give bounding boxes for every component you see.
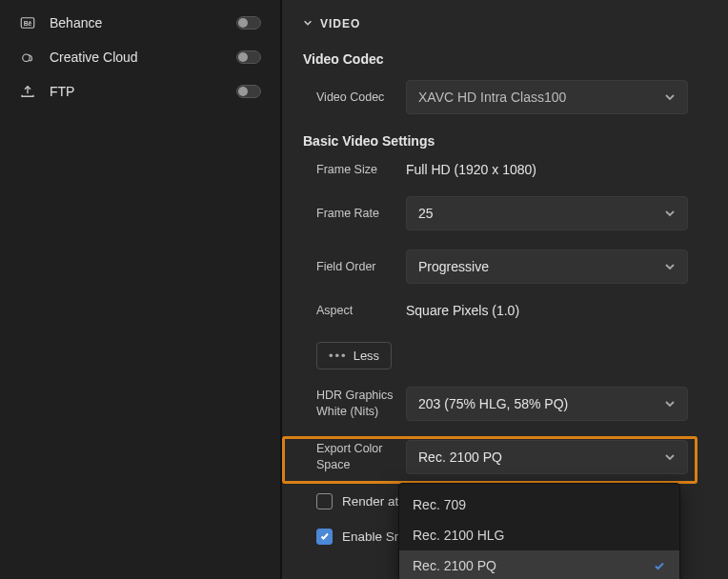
select-value: XAVC HD Intra Class100 [418, 90, 566, 105]
sidebar-item-label: Creative Cloud [50, 50, 138, 65]
select-value: 203 (75% HLG, 58% PQ) [418, 396, 568, 411]
check-icon [653, 559, 666, 572]
row-aspect: Aspect Square Pixels (1.0) [316, 303, 707, 318]
toggle-switch[interactable] [236, 16, 261, 30]
sidebar-item-label: FTP [50, 84, 74, 99]
checkbox-render-at-max[interactable] [316, 493, 333, 509]
row-hdr-white: HDR Graphics White (Nits) 203 (75% HLG, … [316, 387, 707, 421]
sidebar-item-label: Behance [50, 15, 102, 30]
checkbox-enable-smart[interactable] [316, 529, 333, 545]
chevron-down-icon [664, 398, 676, 409]
upload-icon [19, 83, 36, 100]
toggle-switch[interactable] [236, 85, 261, 98]
select-hdr-white[interactable]: 203 (75% HLG, 58% PQ) [406, 387, 688, 421]
select-frame-rate[interactable]: 25 [406, 196, 688, 230]
less-label: Less [354, 349, 379, 363]
select-value: Progressive [418, 259, 489, 274]
dropdown-item-rec-2100-pq[interactable]: Rec. 2100 PQ [399, 550, 679, 579]
group-title-video-codec: Video Codec [303, 51, 707, 67]
chevron-down-icon [664, 208, 676, 219]
select-export-color-space[interactable]: Rec. 2100 PQ [406, 440, 688, 474]
label-field-order: Field Order [316, 259, 398, 274]
row-field-order: Field Order Progressive [316, 250, 707, 284]
dropdown-item-rec-709[interactable]: Rec. 709 [399, 489, 679, 520]
value-aspect: Square Pixels (1.0) [406, 303, 519, 318]
label-hdr-white: HDR Graphics White (Nits) [316, 388, 398, 419]
value-frame-size: Full HD (1920 x 1080) [406, 162, 536, 177]
dots-icon: ••• [329, 349, 348, 363]
section-header-video[interactable]: VIDEO [303, 17, 707, 48]
less-button[interactable]: ••• Less [316, 342, 392, 369]
dropdown-item-rec-2100-hlg[interactable]: Rec. 2100 HLG [399, 520, 679, 550]
select-value: Rec. 2100 PQ [418, 449, 502, 465]
svg-text:Bē: Bē [24, 20, 32, 27]
sidebar-item-creative-cloud[interactable]: Creative Cloud [13, 40, 267, 74]
group-title-basic-video: Basic Video Settings [303, 133, 707, 149]
sidebar: Bē Behance Creative Cloud FTP [0, 0, 282, 579]
label-export-color-space: Export Color Space [316, 441, 398, 472]
select-field-order[interactable]: Progressive [406, 250, 688, 284]
select-value: 25 [418, 206, 434, 221]
label-frame-rate: Frame Rate [316, 206, 398, 221]
main-panel: VIDEO Video Codec Video Codec XAVC HD In… [282, 0, 728, 579]
sidebar-item-ftp[interactable]: FTP [13, 74, 267, 109]
chevron-down-icon [664, 261, 676, 272]
check-icon [319, 530, 331, 542]
select-video-codec[interactable]: XAVC HD Intra Class100 [406, 80, 688, 114]
sidebar-item-behance[interactable]: Bē Behance [13, 6, 267, 40]
label-frame-size: Frame Size [316, 162, 398, 177]
row-frame-size: Frame Size Full HD (1920 x 1080) [316, 162, 707, 177]
creative-cloud-icon [19, 49, 36, 66]
chevron-down-icon [664, 451, 676, 463]
row-video-codec: Video Codec XAVC HD Intra Class100 [316, 80, 707, 114]
chevron-down-icon [664, 91, 676, 103]
chevron-down-icon [303, 17, 313, 30]
label-aspect: Aspect [316, 303, 398, 318]
row-export-color-space: Export Color Space Rec. 2100 PQ [316, 440, 707, 474]
toggle-switch[interactable] [236, 50, 261, 64]
row-frame-rate: Frame Rate 25 [316, 196, 707, 230]
label-video-codec: Video Codec [316, 90, 398, 105]
section-title: VIDEO [320, 17, 360, 30]
behance-icon: Bē [19, 14, 36, 31]
dropdown-export-color-space: Rec. 709 Rec. 2100 HLG Rec. 2100 PQ [398, 483, 680, 579]
